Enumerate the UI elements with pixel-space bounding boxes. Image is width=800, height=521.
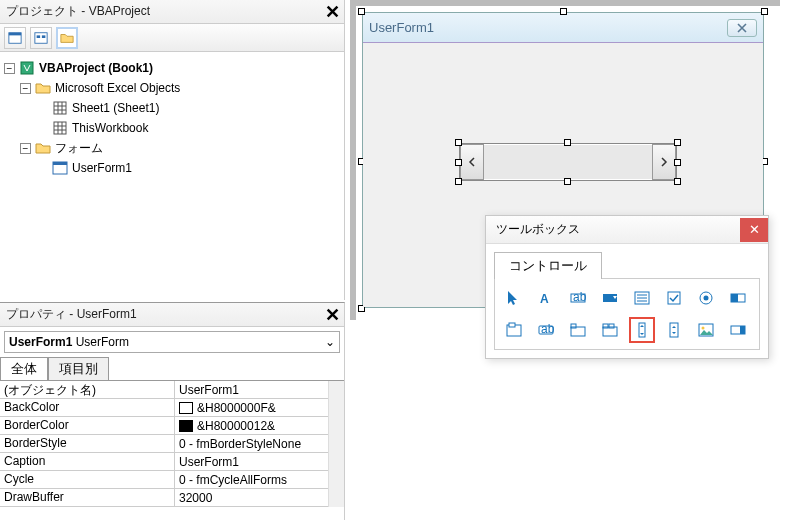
resize-handle[interactable] [674, 178, 681, 185]
tool-listbox[interactable] [629, 285, 655, 311]
tool-checkbox[interactable] [661, 285, 687, 311]
resize-handle[interactable] [674, 159, 681, 166]
resize-handle[interactable] [455, 139, 462, 146]
worksheet-icon [52, 101, 68, 115]
tool-commandbutton[interactable]: ab [533, 317, 559, 343]
tree-folder-forms[interactable]: フォーム [55, 138, 103, 158]
svg-rect-9 [53, 162, 67, 165]
resize-handle[interactable] [564, 178, 571, 185]
svg-rect-6 [54, 102, 66, 114]
toggle-folders-button[interactable] [56, 27, 78, 49]
userform-titlebar: UserForm1 [363, 13, 763, 43]
svg-rect-15 [668, 292, 680, 304]
tab-alphabetic[interactable]: 全体 [0, 357, 48, 380]
tab-categorized[interactable]: 項目別 [48, 357, 109, 380]
toolbox-close-button[interactable]: ✕ [740, 218, 768, 242]
prop-value[interactable]: &H8000000F& [175, 399, 344, 416]
prop-value[interactable]: &H80000012& [175, 417, 344, 434]
tool-scrollbar[interactable] [629, 317, 655, 343]
properties-grid[interactable]: (オブジェクト名)UserForm1 BackColor&H8000000F& … [0, 380, 344, 507]
view-code-button[interactable] [4, 27, 26, 49]
svg-text:ab: ab [541, 322, 555, 336]
properties-title: プロパティ - UserForm1 [6, 306, 137, 323]
expand-icon[interactable]: − [20, 83, 31, 94]
resize-handle[interactable] [560, 8, 567, 15]
tree-root-label[interactable]: VBAProject (Book1) [39, 58, 153, 78]
expand-icon[interactable]: − [4, 63, 15, 74]
close-icon[interactable]: ✕ [322, 2, 342, 22]
tool-togglebutton[interactable] [725, 285, 751, 311]
svg-rect-21 [509, 323, 515, 327]
prop-name[interactable]: DrawBuffer [0, 489, 175, 506]
svg-rect-7 [54, 122, 66, 134]
chevron-down-icon: ⌄ [325, 335, 335, 349]
tool-tabstrip[interactable] [565, 317, 591, 343]
view-object-button[interactable] [30, 27, 52, 49]
prop-value[interactable]: 0 - fmBorderStyleNone [175, 435, 344, 452]
prop-name[interactable]: (オブジェクト名) [0, 381, 175, 398]
svg-rect-5 [21, 62, 33, 74]
tree-folder-objects[interactable]: Microsoft Excel Objects [55, 78, 180, 98]
scrollbar-right-button[interactable] [652, 144, 676, 180]
svg-rect-34 [740, 326, 745, 334]
resize-handle[interactable] [564, 139, 571, 146]
toolbox-tab-controls[interactable]: コントロール [494, 252, 602, 279]
resize-handle[interactable] [674, 139, 681, 146]
vba-project-icon [19, 61, 35, 75]
prop-name[interactable]: Cycle [0, 471, 175, 488]
prop-value[interactable]: 0 - fmCycleAllForms [175, 471, 344, 488]
project-explorer-titlebar: プロジェクト - VBAProject ✕ [0, 0, 344, 24]
prop-value[interactable]: UserForm1 [175, 453, 344, 470]
prop-name[interactable]: Caption [0, 453, 175, 470]
color-swatch [179, 420, 193, 432]
svg-rect-3 [37, 35, 41, 38]
expand-icon[interactable]: − [20, 143, 31, 154]
tool-spinbutton[interactable] [661, 317, 687, 343]
toolbox-titlebar[interactable]: ツールボックス ✕ [486, 216, 768, 244]
tool-textbox[interactable]: ab [565, 285, 591, 311]
svg-point-17 [704, 296, 709, 301]
toolbox-title: ツールボックス [496, 221, 580, 238]
tool-label[interactable]: A [533, 285, 559, 311]
properties-scrollbar[interactable] [328, 381, 344, 507]
workbook-icon [52, 121, 68, 135]
svg-rect-19 [731, 294, 738, 302]
prop-name[interactable]: BackColor [0, 399, 175, 416]
resize-handle[interactable] [455, 159, 462, 166]
toolbox-controls-grid: A ab ab [494, 278, 760, 350]
properties-titlebar: プロパティ - UserForm1 ✕ [0, 303, 344, 327]
svg-point-32 [702, 327, 705, 330]
tool-frame[interactable] [501, 317, 527, 343]
scrollbar-control[interactable] [459, 143, 677, 181]
tool-multipage[interactable] [597, 317, 623, 343]
svg-text:A: A [540, 292, 549, 306]
toolbox-window[interactable]: ツールボックス ✕ コントロール A ab ab [485, 215, 769, 359]
resize-handle[interactable] [761, 8, 768, 15]
tree-item-thisworkbook[interactable]: ThisWorkbook [72, 118, 148, 138]
tree-item-sheet1[interactable]: Sheet1 (Sheet1) [72, 98, 159, 118]
prop-name[interactable]: BorderStyle [0, 435, 175, 452]
userform-caption: UserForm1 [369, 20, 434, 35]
properties-panel: プロパティ - UserForm1 ✕ UserForm1 UserForm ⌄… [0, 302, 345, 520]
scrollbar-left-button[interactable] [460, 144, 484, 180]
tree-item-userform1[interactable]: UserForm1 [72, 158, 132, 178]
userform-close-button[interactable] [727, 19, 757, 37]
tool-pointer[interactable] [501, 285, 527, 311]
prop-value[interactable]: UserForm1 [175, 381, 344, 398]
svg-text:ab: ab [573, 290, 587, 304]
object-selector-combo[interactable]: UserForm1 UserForm ⌄ [4, 331, 340, 353]
tool-optionbutton[interactable] [693, 285, 719, 311]
project-tree[interactable]: − VBAProject (Book1) − Microsoft Excel O… [0, 52, 344, 184]
project-explorer-toolbar [0, 24, 344, 52]
prop-value[interactable]: 32000 [175, 489, 344, 506]
prop-name[interactable]: BorderColor [0, 417, 175, 434]
folder-icon [35, 141, 51, 155]
tool-refedit[interactable] [725, 317, 751, 343]
project-explorer-panel: プロジェクト - VBAProject ✕ − VBAProject (Book… [0, 0, 345, 300]
resize-handle[interactable] [455, 178, 462, 185]
tool-image[interactable] [693, 317, 719, 343]
svg-rect-4 [42, 35, 46, 38]
close-icon[interactable]: ✕ [322, 305, 342, 325]
resize-handle[interactable] [358, 8, 365, 15]
tool-combobox[interactable] [597, 285, 623, 311]
